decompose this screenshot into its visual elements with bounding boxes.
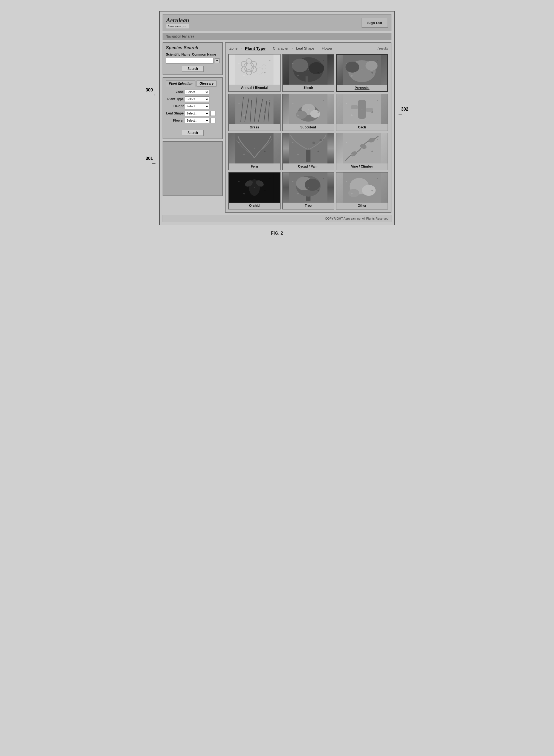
svg-point-56 bbox=[304, 179, 320, 191]
plant-label-fern: Fern bbox=[229, 163, 280, 170]
plant-image-cacti bbox=[336, 94, 388, 124]
filter-row-zone: Zone Select... bbox=[166, 89, 220, 95]
sign-out-button[interactable]: Sign Out bbox=[367, 21, 382, 25]
svg-point-60 bbox=[362, 185, 376, 196]
svg-point-14 bbox=[309, 62, 324, 74]
plant-selection-search-button[interactable]: Search bbox=[182, 130, 204, 136]
sidebar: Species Search Scientific Name Common Na… bbox=[163, 42, 223, 213]
tab-scientific-name[interactable]: Scientific Name bbox=[166, 53, 190, 56]
filter-row-plant-type: Plant Type Select... bbox=[166, 96, 220, 102]
plant-card-annual[interactable]: Annual / Biennial bbox=[228, 54, 281, 92]
header: Aerulean Aerulean.com Sign Out bbox=[163, 14, 391, 31]
figure-caption: FIG. 2 bbox=[271, 231, 283, 236]
filter-select-zone[interactable]: Select... bbox=[185, 89, 209, 95]
plant-label-tree: Tree bbox=[283, 203, 334, 209]
plant-label-annual: Annual / Biennial bbox=[229, 85, 280, 91]
search-dropdown-icon[interactable]: ▼ bbox=[215, 58, 220, 63]
plant-label-orchid: Orchid bbox=[229, 203, 280, 209]
filter-label-height: Height bbox=[166, 104, 184, 108]
plant-card-tree[interactable]: Tree bbox=[282, 172, 334, 210]
main-layout: Species Search Scientific Name Common Na… bbox=[163, 42, 391, 213]
filter-select-height[interactable]: Select... bbox=[185, 104, 209, 109]
logo-area: Aerulean Aerulean.com bbox=[166, 17, 189, 29]
plant-card-grass[interactable]: Grass bbox=[228, 94, 281, 131]
plant-label-cycad: Cycad / Palm bbox=[283, 163, 334, 170]
filter-select-plant-type[interactable]: Select... bbox=[185, 96, 209, 102]
plant-card-cycad[interactable]: Cycad / Palm bbox=[282, 133, 334, 170]
page-wrapper: Aerulean Aerulean.com Sign Out Navigatio… bbox=[159, 11, 395, 225]
filter-select-leaf-shape[interactable]: Select... bbox=[185, 111, 209, 116]
flower-color-swatch[interactable] bbox=[211, 118, 215, 123]
plant-label-grass: Grass bbox=[229, 124, 280, 130]
content-tab-leaf-shape[interactable]: Leaf Shape bbox=[295, 46, 316, 51]
content-tab-flower[interactable]: Flower bbox=[321, 46, 333, 51]
leaf-shape-color-swatch[interactable] bbox=[211, 111, 215, 116]
plant-label-vine: Vine / Climber bbox=[336, 163, 388, 170]
plant-card-orchid[interactable]: Orchid bbox=[228, 172, 281, 210]
content-tab-zone[interactable]: Zone bbox=[228, 46, 239, 51]
plant-card-vine[interactable]: Vine / Climber bbox=[336, 133, 388, 170]
plant-selection-box: Plant Selection Glossary Zone Select... … bbox=[163, 77, 223, 139]
content-tab-plant-type[interactable]: Plant Type bbox=[244, 46, 267, 51]
ref-301-arrow: → bbox=[151, 160, 157, 166]
plant-image-vine bbox=[336, 133, 388, 163]
plant-card-succulent[interactable]: Succulent bbox=[282, 94, 334, 131]
content-tab-character[interactable]: Character bbox=[272, 46, 290, 51]
plant-image-other bbox=[336, 172, 388, 203]
filter-label-flower: Flower bbox=[166, 118, 184, 122]
plant-card-other[interactable]: Other bbox=[336, 172, 388, 210]
plant-image-cycad bbox=[283, 133, 334, 163]
content-area: Zone · Plant Type · Character · Leaf Sha… bbox=[225, 42, 391, 213]
tab-common-name[interactable]: Common Name bbox=[192, 53, 216, 56]
plant-selection-tabs: Plant Selection Glossary bbox=[166, 80, 220, 87]
search-input-row: ▼ bbox=[166, 58, 220, 63]
logo-subtitle: Aerulean.com bbox=[166, 24, 189, 29]
plant-image-orchid bbox=[229, 172, 280, 203]
svg-point-13 bbox=[292, 59, 308, 72]
svg-rect-44 bbox=[343, 133, 381, 163]
plant-card-fern[interactable]: Fern bbox=[228, 133, 281, 170]
filter-label-zone: Zone bbox=[166, 90, 184, 94]
svg-point-19 bbox=[346, 62, 359, 72]
species-search-button[interactable]: Search bbox=[182, 66, 204, 72]
plant-grid: Annual / Biennial bbox=[228, 54, 388, 210]
svg-rect-35 bbox=[358, 100, 366, 119]
svg-point-42 bbox=[312, 142, 315, 144]
nav-bar: Navigation bar area bbox=[163, 33, 391, 40]
plant-image-annual bbox=[229, 54, 280, 85]
svg-point-32 bbox=[296, 111, 307, 119]
plant-image-shrub bbox=[283, 54, 334, 85]
content-tabs: Zone · Plant Type · Character · Leaf Sha… bbox=[228, 46, 388, 51]
species-search-input[interactable] bbox=[166, 58, 214, 63]
tab-plant-selection[interactable]: Plant Selection bbox=[166, 80, 196, 87]
plant-label-perennial: Perennial bbox=[337, 85, 387, 91]
plant-card-shrub[interactable]: Shrub bbox=[282, 54, 334, 92]
results-count: / results bbox=[378, 47, 388, 50]
plant-label-cacti: Cacti bbox=[336, 124, 388, 130]
sidebar-footer bbox=[163, 141, 223, 196]
plant-image-fern bbox=[229, 133, 280, 163]
footer-copyright: COPYRIGHT Aerulean Inc. All Rights Reser… bbox=[325, 217, 388, 220]
plant-card-cacti[interactable]: Cacti bbox=[336, 94, 388, 131]
plant-image-grass bbox=[229, 94, 280, 124]
filter-select-flower[interactable]: Select... bbox=[185, 118, 209, 123]
svg-rect-15 bbox=[306, 76, 308, 83]
ref-302-arrow: ← bbox=[397, 111, 403, 117]
svg-rect-41 bbox=[306, 150, 311, 162]
plant-label-shrub: Shrub bbox=[283, 85, 334, 91]
plant-card-perennial[interactable]: Perennial bbox=[336, 54, 388, 92]
filter-row-leaf-shape: Leaf Shape Select... bbox=[166, 111, 220, 116]
nav-text: Navigation bar area bbox=[166, 35, 195, 38]
tab-glossary[interactable]: Glossary bbox=[197, 80, 217, 87]
plant-label-other: Other bbox=[336, 203, 388, 209]
filter-label-leaf-shape: Leaf Shape bbox=[166, 111, 184, 115]
plant-image-tree bbox=[283, 172, 334, 203]
ref-300-arrow: → bbox=[151, 92, 157, 98]
plant-image-perennial bbox=[337, 55, 387, 85]
svg-point-20 bbox=[366, 61, 378, 71]
svg-point-33 bbox=[310, 110, 320, 118]
filter-row-flower: Flower Select... bbox=[166, 118, 220, 123]
svg-rect-36 bbox=[351, 105, 358, 109]
name-tabs: Scientific Name Common Name bbox=[166, 53, 220, 56]
species-search-title: Species Search bbox=[166, 46, 220, 50]
